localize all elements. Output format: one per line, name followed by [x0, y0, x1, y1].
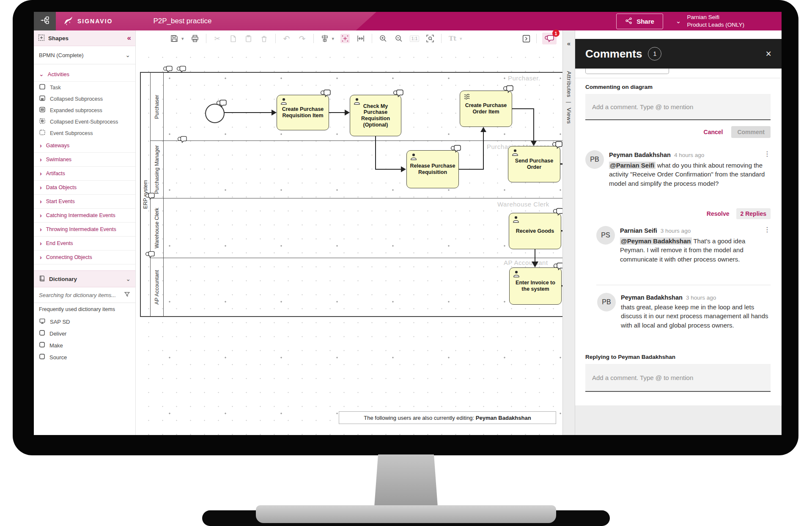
- shape-item-collapsed-event-subprocess[interactable]: Collapsed Event-Subprocess: [34, 116, 135, 127]
- comment-marker-icon[interactable]: [163, 65, 173, 75]
- user-info[interactable]: Parnian Seifi Product Leads (ONLY): [687, 14, 744, 29]
- tab-views[interactable]: Views: [566, 108, 572, 124]
- fit-width-button[interactable]: [356, 34, 365, 43]
- task-check-my-purchase-requisition[interactable]: Check My Purchase Requisition (Optional): [350, 95, 401, 136]
- align-button[interactable]: [320, 34, 329, 43]
- sidebar-category-connecting-objects[interactable]: ›Connecting Objects: [34, 251, 135, 264]
- mention[interactable]: @Parnian Seifi: [609, 162, 656, 169]
- align-menu-caret-icon[interactable]: ▾: [332, 36, 335, 41]
- comment-marker-icon[interactable]: [552, 140, 562, 151]
- undo-button[interactable]: ↶: [282, 34, 291, 43]
- comment-submit-button[interactable]: Comment: [731, 126, 771, 138]
- sidebar-category-data-objects[interactable]: ›Data Objects: [34, 181, 135, 195]
- sequence-flow[interactable]: [533, 108, 534, 141]
- dictionary-item-source[interactable]: Source: [34, 351, 135, 363]
- comment-marker-icon[interactable]: [553, 262, 562, 273]
- comment-marker-icon[interactable]: [177, 135, 187, 146]
- sidebar-category-catching-intermediate-events[interactable]: ›Catching Intermediate Events: [34, 209, 135, 223]
- comment-marker-icon[interactable]: [145, 251, 155, 261]
- text-tool-button[interactable]: Tt: [448, 34, 457, 43]
- text-tool-caret-icon[interactable]: ▾: [460, 36, 462, 41]
- task-create-purchase-requisition-item[interactable]: Create Purchase Requisition Item: [277, 95, 329, 130]
- sequence-flow[interactable]: [512, 108, 534, 109]
- comment-input[interactable]: Add a comment. Type @ to mention: [585, 94, 771, 120]
- shape-item-collapsed-subprocess[interactable]: Collapsed Subprocess: [34, 93, 135, 105]
- save-button[interactable]: [170, 34, 179, 43]
- cancel-button[interactable]: Cancel: [704, 129, 723, 135]
- user-menu-chevron-icon[interactable]: ⌄: [676, 17, 681, 25]
- print-button[interactable]: [190, 34, 200, 43]
- collapse-sidebar-icon[interactable]: «: [127, 34, 131, 42]
- sequence-flow[interactable]: [375, 136, 376, 169]
- reply-input[interactable]: Add a comment. Type @ to mention: [585, 364, 771, 392]
- copy-button[interactable]: [228, 34, 238, 43]
- comment-marker-icon[interactable]: [320, 89, 331, 100]
- sidebar-category-swimlanes[interactable]: ›Swimlanes: [34, 153, 135, 167]
- dictionary-item-sap-sd[interactable]: SAP SD: [34, 316, 135, 328]
- collapse-panel-icon[interactable]: «: [563, 40, 575, 47]
- zoom-out-button[interactable]: [394, 34, 403, 43]
- activities-section-header[interactable]: ⌄ Activities: [34, 67, 135, 82]
- open-panel-button[interactable]: [521, 34, 531, 43]
- sidebar-category-end-events[interactable]: ›End Events: [34, 237, 135, 251]
- comment-menu-icon[interactable]: ⋮: [764, 226, 771, 234]
- cut-button[interactable]: ✂: [213, 34, 222, 43]
- delete-button[interactable]: [260, 34, 269, 43]
- comment-menu-icon[interactable]: ⋮: [764, 150, 771, 158]
- diagram-canvas[interactable]: ERP system Purchaser Purchasing Manager …: [136, 47, 562, 435]
- status-user-name: Peyman Badakhshan: [476, 415, 531, 421]
- sequence-flow[interactable]: [223, 112, 272, 113]
- task-create-purchase-order-item[interactable]: Create Purchase Order Item: [460, 91, 512, 127]
- tab-attributes[interactable]: Attributes: [566, 71, 572, 97]
- redo-button[interactable]: ↷: [298, 34, 307, 43]
- lane-watermark: Warehouse Clerk: [497, 201, 549, 208]
- zoom-100-button[interactable]: 1:1: [410, 34, 419, 43]
- shape-item-task[interactable]: Task: [34, 82, 135, 93]
- comment-marker-icon[interactable]: [176, 65, 187, 75]
- sidebar-category-artifacts[interactable]: ›Artifacts: [34, 167, 135, 181]
- close-icon[interactable]: ×: [766, 48, 771, 60]
- sequence-flow-clipped[interactable]: [560, 163, 562, 165]
- dictionary-search-input[interactable]: Searching for dictionary items...: [34, 287, 135, 303]
- shapes-panel-header[interactable]: Shapes «: [34, 30, 135, 46]
- task-release-purchase-requisition[interactable]: Release Purchase Requisition: [406, 150, 459, 188]
- mention[interactable]: @Peyman Badakhshan: [620, 237, 692, 245]
- shape-item-expanded-subprocess[interactable]: Expanded subprocess: [34, 105, 135, 116]
- replies-button[interactable]: 2 Replies: [736, 208, 771, 219]
- sidebar-category-start-events[interactable]: ›Start Events: [34, 195, 135, 209]
- lane-ap-accountant[interactable]: AP Accountant: [151, 258, 562, 317]
- sequence-flow[interactable]: [375, 169, 401, 170]
- notation-select[interactable]: BPMN (Complete) ⌄: [34, 46, 135, 64]
- shape-item-event-subprocess[interactable]: Event Subprocess: [34, 127, 135, 139]
- dictionary-panel-header[interactable]: Dictionary ⌄: [34, 270, 135, 287]
- process-manager-button[interactable]: [34, 12, 56, 30]
- share-button[interactable]: Share: [616, 14, 663, 29]
- zoom-in-button[interactable]: [379, 34, 388, 43]
- sequence-flow[interactable]: [483, 132, 484, 170]
- comment-marker-icon[interactable]: [145, 192, 155, 202]
- sequence-flow[interactable]: [459, 169, 484, 170]
- sidebar-category-gateways[interactable]: ›Gateways: [34, 139, 135, 153]
- comment-marker-icon[interactable]: [393, 89, 404, 100]
- sequence-flow[interactable]: [535, 249, 535, 262]
- comment-marker-icon[interactable]: [216, 99, 227, 110]
- dictionary-item-make[interactable]: Make: [34, 339, 135, 351]
- task-label: Enter Invoice to the system: [512, 280, 559, 292]
- toggle-grid-button[interactable]: [340, 34, 350, 43]
- comment-marker-icon[interactable]: [450, 144, 461, 155]
- sequence-flow-clipped[interactable]: [561, 230, 562, 231]
- comment-marker-icon[interactable]: [503, 85, 514, 96]
- zoom-to-selection-button[interactable]: [425, 34, 435, 43]
- sidebar-category-throwing-intermediate-events[interactable]: ›Throwing Intermediate Events: [34, 223, 135, 237]
- paste-button[interactable]: [244, 34, 253, 43]
- comments-toggle-button[interactable]: 1: [542, 33, 557, 44]
- save-menu-caret-icon[interactable]: ▾: [181, 36, 184, 41]
- sequence-flow[interactable]: [329, 112, 346, 113]
- sequence-flow-clipped[interactable]: [562, 285, 562, 286]
- signavio-logo[interactable]: SIGNAVIO: [63, 16, 112, 27]
- task-shape-icon: [39, 330, 45, 337]
- task-enter-invoice-to-the-system[interactable]: Enter Invoice to the system: [509, 267, 562, 305]
- comment-marker-icon[interactable]: [553, 207, 562, 218]
- resolve-button[interactable]: Resolve: [707, 210, 730, 217]
- dictionary-item-deliver[interactable]: Deliver: [34, 328, 135, 339]
